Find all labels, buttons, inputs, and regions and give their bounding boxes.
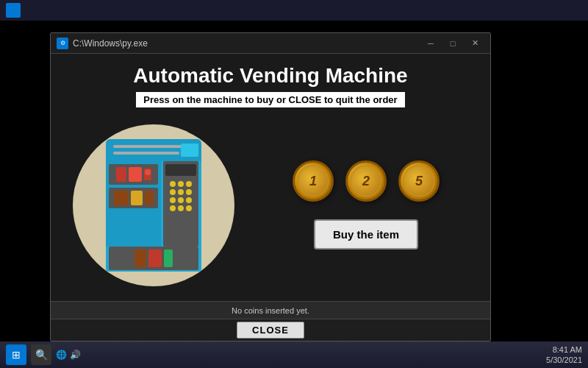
vm-top-right-box — [181, 144, 198, 157]
coin-1[interactable]: 1 — [293, 160, 334, 202]
window-controls: ─ □ ✕ — [421, 36, 484, 51]
keypad-dot — [178, 189, 184, 195]
app-subtitle: Press on the machine to buy or CLOSE to … — [136, 92, 404, 107]
window-titlebar: ⚙ C:\Windows\py.exe ─ □ ✕ — [51, 33, 490, 54]
shelf-item — [145, 191, 154, 205]
vm-bottom-shelf — [109, 247, 198, 270]
keypad-dot — [170, 197, 176, 203]
maximize-button[interactable]: □ — [443, 36, 462, 51]
top-taskbar — [0, 0, 588, 21]
keypad-row-2 — [165, 189, 196, 195]
coin-1-label: 1 — [309, 174, 317, 189]
main-area: 1 2 5 Buy the item — [65, 116, 476, 294]
keypad-dot — [170, 189, 176, 195]
vm-circle-bg — [73, 124, 234, 286]
start-button[interactable]: ⊞ — [6, 344, 26, 365]
keypad-dot — [178, 197, 184, 203]
close-order-button[interactable]: CLOSE — [237, 322, 304, 339]
vm-shelf-1 — [109, 164, 158, 185]
taskbar-search-icon[interactable]: 🔍 — [31, 344, 51, 365]
coins-row: 1 2 5 — [293, 160, 440, 202]
shelf-item — [114, 191, 129, 205]
top-taskbar-start — [6, 3, 21, 18]
vending-machine-window: ⚙ C:\Windows\py.exe ─ □ ✕ Automatic Vend… — [50, 32, 491, 342]
taskbar-clock: 8:41 AM 5/30/2021 — [546, 344, 582, 366]
vm-shelf-area — [106, 161, 201, 247]
coin-2-label: 2 — [362, 174, 370, 189]
coin-5-label: 5 — [415, 174, 423, 189]
coin-5[interactable]: 5 — [398, 160, 440, 202]
taskbar-right: 8:41 AM 5/30/2021 — [546, 344, 582, 366]
shelf-item — [116, 167, 126, 182]
window-title: C:\Windows\py.exe — [73, 38, 421, 49]
window-app-icon: ⚙ — [57, 38, 68, 49]
shelf-item — [129, 167, 142, 182]
keypad-dot — [170, 205, 176, 211]
coin-2[interactable]: 2 — [345, 160, 387, 202]
keypad-row-1 — [165, 181, 196, 187]
minimize-button[interactable]: ─ — [421, 36, 440, 51]
shelf-item — [135, 250, 146, 267]
right-panel: 1 2 5 Buy the item — [257, 160, 476, 250]
coin-1-inner: 1 — [297, 165, 329, 197]
status-bar: No coins inserted yet. — [51, 301, 490, 319]
keypad-dot — [186, 197, 192, 203]
keypad-dot — [186, 181, 192, 187]
window-close-button[interactable]: ✕ — [465, 36, 484, 51]
keypad-dot — [178, 181, 184, 187]
keypad-dot — [186, 205, 192, 211]
buy-button[interactable]: Buy the item — [314, 219, 418, 250]
vm-display — [165, 164, 196, 176]
keypad-dot — [186, 189, 192, 195]
keypad-row-3 — [165, 197, 196, 203]
vm-top-line2 — [113, 152, 179, 155]
vm-body — [106, 139, 201, 272]
taskbar-volume-icon: 🔊 — [70, 350, 81, 360]
coin-5-inner: 5 — [403, 165, 435, 197]
taskbar-time-display: 8:41 AM — [546, 344, 582, 355]
window-content: Automatic Vending Machine Press on the m… — [51, 54, 490, 301]
taskbar-network-icon: 🌐 — [56, 350, 67, 360]
shelf-item — [148, 250, 162, 267]
shelf-item — [131, 191, 143, 205]
app-title: Automatic Vending Machine — [133, 64, 407, 88]
keypad-row-4 — [165, 205, 196, 211]
vm-shelf-2 — [109, 188, 158, 208]
taskbar-date-display: 5/30/2021 — [546, 355, 582, 365]
status-text: No coins inserted yet. — [232, 306, 309, 315]
shelf-item — [144, 169, 151, 180]
taskbar-icons: 🌐 🔊 — [56, 350, 81, 360]
keypad-dot — [178, 205, 184, 211]
keypad-dot — [170, 181, 176, 187]
shelf-item — [164, 250, 173, 267]
vm-keypad — [163, 161, 198, 247]
window-bottombar: CLOSE — [51, 319, 490, 341]
vm-left-panel — [106, 161, 161, 247]
bottom-taskbar: ⊞ 🔍 🌐 🔊 8:41 AM 5/30/2021 — [0, 342, 588, 368]
vending-machine-illustration[interactable] — [65, 117, 242, 294]
vm-top — [106, 139, 201, 161]
coin-2-inner: 2 — [350, 165, 382, 197]
